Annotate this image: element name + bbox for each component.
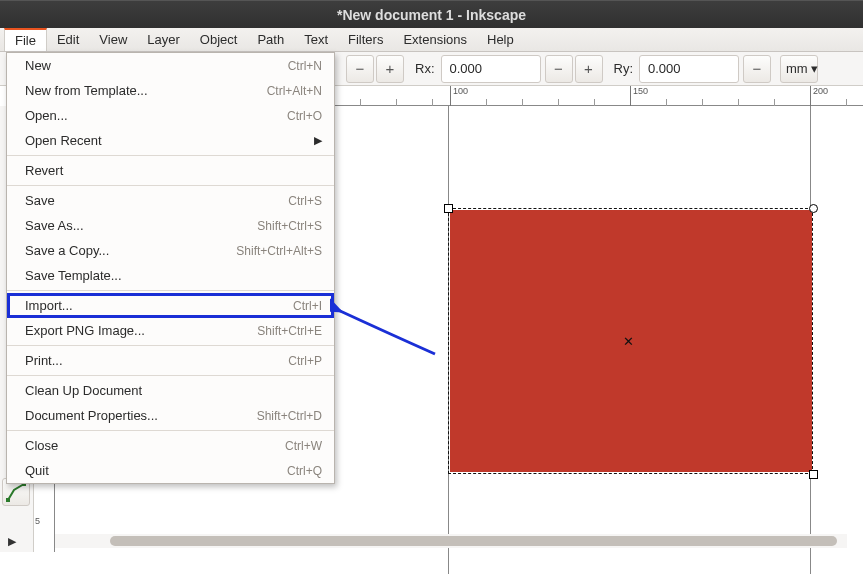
menu-item-accel: Ctrl+Q	[287, 464, 322, 478]
ry-decrement-button[interactable]: −	[545, 55, 573, 83]
menu-extensions[interactable]: Extensions	[393, 28, 477, 51]
titlebar: *New document 1 - Inkscape	[0, 0, 863, 28]
menu-text[interactable]: Text	[294, 28, 338, 51]
menu-item-accel: Shift+Ctrl+S	[257, 219, 322, 233]
menu-item-label: Export PNG Image...	[25, 323, 257, 338]
rx-decrement-button[interactable]: −	[346, 55, 374, 83]
menu-item-quit[interactable]: QuitCtrl+Q	[7, 458, 334, 483]
menu-item-accel: Ctrl+W	[285, 439, 322, 453]
menu-file[interactable]: File	[4, 28, 47, 51]
menu-item-revert[interactable]: Revert	[7, 158, 334, 183]
menu-item-label: New	[25, 58, 288, 73]
menu-item-accel: Ctrl+I	[293, 299, 322, 313]
menu-item-import[interactable]: Import...Ctrl+I	[7, 293, 334, 318]
menu-item-accel: Shift+Ctrl+E	[257, 324, 322, 338]
ry-label: Ry:	[604, 61, 640, 76]
menu-item-label: Print...	[25, 353, 288, 368]
menu-edit[interactable]: Edit	[47, 28, 89, 51]
menu-item-close[interactable]: CloseCtrl+W	[7, 433, 334, 458]
menu-layer[interactable]: Layer	[137, 28, 190, 51]
resize-handle-ne[interactable]	[809, 204, 818, 213]
menu-item-label: Document Properties...	[25, 408, 257, 423]
menu-help[interactable]: Help	[477, 28, 524, 51]
menu-item-clean-up-document[interactable]: Clean Up Document	[7, 378, 334, 403]
menu-item-accel: Ctrl+O	[287, 109, 322, 123]
scrollbar-horizontal[interactable]	[55, 534, 847, 548]
menu-item-label: Save a Copy...	[25, 243, 236, 258]
menu-item-new[interactable]: NewCtrl+N	[7, 53, 334, 78]
menu-item-accel: Ctrl+Alt+N	[267, 84, 322, 98]
menu-item-label: Import...	[25, 298, 293, 313]
menu-item-open-recent[interactable]: Open Recent▶	[7, 128, 334, 153]
menu-item-save-as[interactable]: Save As...Shift+Ctrl+S	[7, 213, 334, 238]
menu-item-label: Save	[25, 193, 288, 208]
expander-icon[interactable]: ▶	[8, 535, 16, 548]
menu-item-accel: Ctrl+S	[288, 194, 322, 208]
file-menu-dropdown: NewCtrl+NNew from Template...Ctrl+Alt+NO…	[6, 52, 335, 484]
menu-item-export-png-image[interactable]: Export PNG Image...Shift+Ctrl+E	[7, 318, 334, 343]
menu-path[interactable]: Path	[247, 28, 294, 51]
svg-rect-0	[6, 498, 10, 502]
menu-item-label: Clean Up Document	[25, 383, 322, 398]
menu-item-label: Save As...	[25, 218, 257, 233]
menu-item-print[interactable]: Print...Ctrl+P	[7, 348, 334, 373]
rx-increment-button[interactable]: +	[376, 55, 404, 83]
ry-input[interactable]: 0.000	[639, 55, 739, 83]
menu-item-document-properties[interactable]: Document Properties...Shift+Ctrl+D	[7, 403, 334, 428]
menu-item-save-a-copy[interactable]: Save a Copy...Shift+Ctrl+Alt+S	[7, 238, 334, 263]
menu-item-label: Open...	[25, 108, 287, 123]
resize-handle-nw[interactable]	[444, 204, 453, 213]
menu-item-label: Save Template...	[25, 268, 322, 283]
menu-item-save-template[interactable]: Save Template...	[7, 263, 334, 288]
menubar: File Edit View Layer Object Path Text Fi…	[0, 28, 863, 52]
submenu-arrow-icon: ▶	[314, 134, 322, 147]
menu-item-accel: Shift+Ctrl+Alt+S	[236, 244, 322, 258]
menu-item-open[interactable]: Open...Ctrl+O	[7, 103, 334, 128]
menu-item-label: Close	[25, 438, 285, 453]
unit-decrement-button[interactable]: −	[743, 55, 771, 83]
menu-item-accel: Ctrl+P	[288, 354, 322, 368]
unit-select[interactable]: mm ▾	[780, 55, 818, 83]
ry-increment-button[interactable]: +	[575, 55, 603, 83]
resize-handle-se[interactable]	[809, 470, 818, 479]
menu-item-label: Revert	[25, 163, 322, 178]
menu-item-accel: Shift+Ctrl+D	[257, 409, 322, 423]
menu-view[interactable]: View	[89, 28, 137, 51]
rotation-center-icon[interactable]: ✕	[623, 334, 634, 349]
menu-filters[interactable]: Filters	[338, 28, 393, 51]
rx-input[interactable]: 0.000	[441, 55, 541, 83]
rx-label: Rx:	[405, 61, 441, 76]
menu-item-label: Quit	[25, 463, 287, 478]
menu-object[interactable]: Object	[190, 28, 248, 51]
window-title: *New document 1 - Inkscape	[337, 7, 526, 23]
menu-item-new-from-template[interactable]: New from Template...Ctrl+Alt+N	[7, 78, 334, 103]
menu-item-label: New from Template...	[25, 83, 267, 98]
menu-item-label: Open Recent	[25, 133, 314, 148]
menu-item-accel: Ctrl+N	[288, 59, 322, 73]
menu-item-save[interactable]: SaveCtrl+S	[7, 188, 334, 213]
